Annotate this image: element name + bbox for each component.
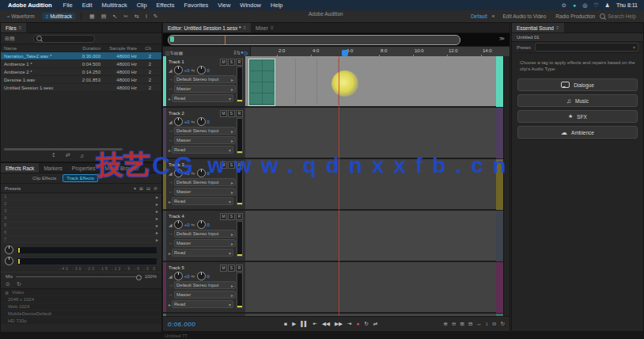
rack-slot[interactable]: 2 ▸ [1,200,161,208]
menu-item[interactable]: Multitrack [102,2,127,9]
panel-menu-icon[interactable]: ≡ [556,25,559,30]
panel-menu-icon[interactable]: ≡ [271,25,274,30]
tool-icon[interactable]: ✎ [153,13,158,20]
tab-essential-sound[interactable]: Essential Sound ≡ [512,23,564,32]
track-name[interactable]: Track 4 [169,214,184,219]
rack-slot[interactable]: 4 ▸ [1,215,161,222]
track-name[interactable]: Track 5 [169,265,184,270]
solo-button[interactable]: S [228,265,235,272]
audio-type-button[interactable]: Dialogue [517,78,638,91]
mute-button[interactable]: M [220,213,227,220]
playhead-marker[interactable] [342,50,348,56]
rack-slot[interactable]: 6 ▸ [1,229,161,236]
panel-menu-icon[interactable]: ≡ [19,25,22,30]
transport-button[interactable]: ↻ [364,321,368,327]
col-duration[interactable]: Duration [67,46,100,51]
overview-zoom-bar[interactable] [168,35,460,45]
col-sample-rate[interactable]: Sample Rate [100,46,137,51]
pan-knob[interactable] [197,272,206,280]
volume-value[interactable]: +0 [184,274,190,279]
volume-knob[interactable] [174,66,183,74]
workspace-menu-icon[interactable]: ≡ [492,13,495,19]
transport-button[interactable]: ▌▌ [301,321,308,327]
rack-subtab[interactable]: Track Effects [63,174,98,182]
input-select[interactable]: Default Stereo Input▸ [174,75,236,83]
track-toolbar-icon[interactable]: ▦ [178,50,183,55]
track-name[interactable]: Track 2 [169,111,184,116]
tool-icon[interactable]: ✂ [123,13,128,20]
slot-arrow-icon[interactable]: ▸ [156,215,158,221]
automation-mode-select[interactable]: Read▾ [172,94,233,102]
pan-knob[interactable] [197,117,206,126]
tool-icon[interactable]: I [146,13,147,19]
panel-menu-icon[interactable]: ≡ [244,25,247,30]
slot-arrow-icon[interactable]: ▸ [156,237,158,242]
zoom-button[interactable]: ↔ [476,321,482,327]
volume-value[interactable]: +0 [184,223,190,227]
file-row[interactable]: Denoise 1.wav 2:01.853 48000 Hz 2 [1,76,161,84]
rack-tab[interactable]: Properties [67,163,100,173]
transport-button[interactable]: ▶ [292,321,296,327]
tool-icon[interactable]: ▦ [89,13,95,20]
output-select[interactable]: Master▸ [174,239,236,247]
rack-power-icon[interactable]: ↻ [17,281,21,288]
snap-icon[interactable]: ◷ [244,50,248,55]
tab-files[interactable]: Files ≡ [1,23,26,32]
track-name[interactable]: Track 3 [169,162,184,167]
status-icon[interactable]: ◎ [582,2,587,9]
rack-slot[interactable]: 1 ▸ [1,193,161,200]
slot-arrow-icon[interactable]: ▸ [156,201,158,207]
files-bottom-icon[interactable]: ↥ [51,152,56,158]
menu-item[interactable]: Effects [157,2,175,9]
volume-value[interactable]: +0 [184,68,190,73]
track-lane[interactable] [245,108,510,158]
tool-icon[interactable]: ⇆ [134,13,139,20]
volume-knob[interactable] [174,169,183,177]
input-select[interactable]: Default Stereo Input▸ [174,178,236,186]
menu-item[interactable]: View [218,2,230,9]
rack-power-icon[interactable]: ⊙ [6,281,10,288]
arm-record-button[interactable]: R [236,213,243,220]
transport-button[interactable]: ⇤ [313,321,316,327]
input-gain-knob[interactable] [5,246,13,254]
file-row[interactable]: Untitled Session 1.sesx 48000 Hz 2 [1,84,161,92]
slot-arrow-icon[interactable]: ▸ [156,230,158,235]
rack-tab[interactable]: Effects Rack [1,163,39,173]
menu-item[interactable]: Favorites [184,2,208,9]
volume-knob[interactable] [174,117,183,126]
zoom-button[interactable]: ⊕ [444,321,448,327]
time-display[interactable]: 0:06.000 [168,321,218,328]
track-name[interactable]: Track 1 [169,59,184,64]
volume-value[interactable]: +0 [184,120,190,124]
zoom-button[interactable]: ⊞ [460,321,464,327]
preset-icon[interactable]: ⊞ [139,185,143,191]
pan-value[interactable]: 0 [207,68,210,73]
arm-record-button[interactable]: R [236,59,243,66]
rack-subtab[interactable]: Clip Effects [32,176,56,181]
solo-button[interactable]: S [228,110,235,117]
solo-button[interactable]: S [228,213,235,220]
preset-dropdown[interactable]: ▾ [535,43,638,51]
tool-icon[interactable]: ↖ [112,13,117,20]
status-icon[interactable]: ♟ [605,2,610,9]
workspace-item[interactable]: Radio Production [555,13,595,19]
output-select[interactable]: Master▸ [174,136,236,144]
zoom-button[interactable]: ⊖ [452,321,456,327]
output-gain-knob[interactable] [5,257,13,265]
automation-mode-select[interactable]: Read▾ [172,146,233,154]
overview-settings-icon[interactable]: ≫ [499,36,505,42]
arm-record-button[interactable]: R [236,110,243,117]
pan-value[interactable]: 0 [207,223,210,227]
tool-icon[interactable]: ▤ [101,13,107,20]
col-channels[interactable]: Ch [137,46,154,51]
footer-list-item[interactable]: Web 1024 [1,303,161,310]
mute-button[interactable]: M [220,162,227,169]
solo-button[interactable]: S [228,59,235,66]
zoom-button[interactable]: ↻ [501,321,505,327]
arm-record-button[interactable]: R [236,265,243,272]
video-clip-thumbnail[interactable] [248,59,275,106]
preset-icon[interactable]: ⊟ [146,185,150,191]
pan-knob[interactable] [197,66,206,74]
workspace-selected[interactable]: Default [471,13,487,19]
overview-playhead[interactable] [225,35,225,44]
